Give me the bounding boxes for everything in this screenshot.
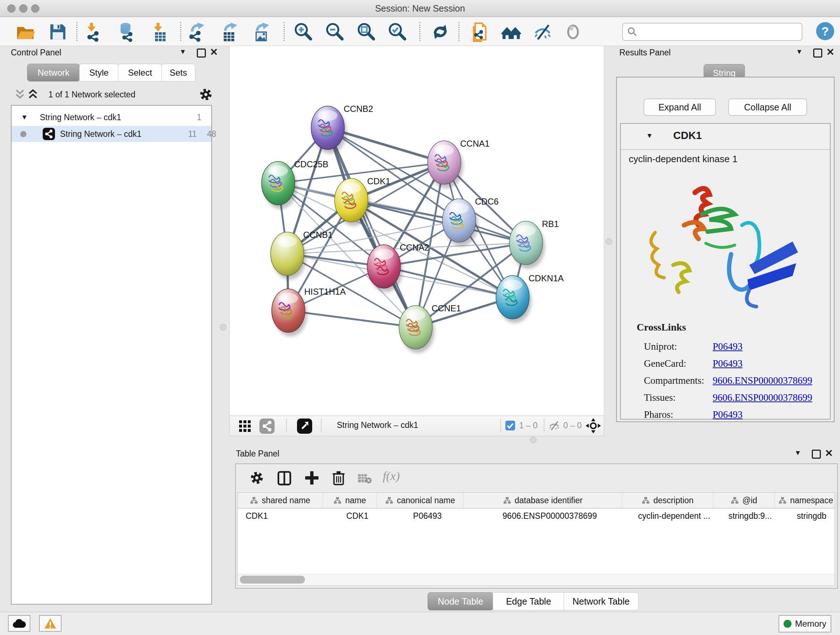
- panel-close-icon[interactable]: ✕: [826, 48, 835, 56]
- memory-button[interactable]: Memory: [778, 615, 831, 632]
- export-network-button[interactable]: [187, 22, 207, 42]
- column-header-database-identifier[interactable]: database identifier: [464, 493, 622, 508]
- show-columns-icon[interactable]: [276, 470, 292, 486]
- network-node-CCNE1[interactable]: CCNE1: [399, 303, 461, 353]
- table-cell[interactable]: CDK1: [238, 509, 331, 523]
- table-cell[interactable]: CDK1: [331, 509, 384, 523]
- crosslink-label: Pharos:: [644, 409, 713, 420]
- import-table-button[interactable]: [149, 22, 169, 42]
- column-header-description[interactable]: description: [622, 493, 714, 508]
- crosslink-link[interactable]: P06493: [713, 341, 743, 352]
- show-glass-button[interactable]: [563, 22, 583, 42]
- tab-node-table[interactable]: Node Table: [428, 592, 493, 610]
- warnings-button[interactable]: [39, 615, 62, 632]
- table-cell[interactable]: cyclin-dependent ...: [629, 509, 720, 523]
- table-options-gear-icon[interactable]: [249, 470, 265, 486]
- column-header-canonical-name[interactable]: canonical name: [377, 493, 464, 508]
- horizontal-splitter-handle[interactable]: [530, 437, 537, 443]
- network-share-icon[interactable]: [259, 418, 275, 434]
- hscrollbar-thumb[interactable]: [240, 576, 305, 584]
- panel-float-icon[interactable]: [197, 49, 206, 57]
- tab-select[interactable]: Select: [118, 64, 162, 81]
- network-node-HIST1H1A[interactable]: HIST1H1A: [272, 287, 346, 336]
- table-cell[interactable]: 9606.ENSP00000378699: [471, 509, 629, 523]
- network-view-canvas[interactable]: CCNB2CCNA1CDC25BCDK1CDC6RB1CCNB1CCNA2CDK…: [229, 46, 604, 416]
- expand-all-button[interactable]: Expand All: [644, 98, 716, 116]
- network-node-CCNA2[interactable]: CCNA2: [367, 242, 429, 292]
- share-document-button[interactable]: [469, 22, 489, 42]
- crosslink-label: Tissues:: [644, 392, 713, 403]
- column-header--id[interactable]: @id: [714, 493, 775, 508]
- zoom-selected-button[interactable]: [387, 22, 407, 42]
- network-collection-row[interactable]: ▼ String Network – cdk1 1: [11, 110, 211, 125]
- add-column-plus-icon[interactable]: [304, 470, 320, 486]
- tab-sets[interactable]: Sets: [161, 64, 195, 81]
- network-node-CCNB1[interactable]: CCNB1: [271, 230, 332, 279]
- panel-float-icon[interactable]: [813, 49, 822, 57]
- pan-crosshair-icon[interactable]: [586, 418, 601, 433]
- hide-glass-button[interactable]: [532, 22, 553, 42]
- zoom-in-button[interactable]: [293, 22, 313, 42]
- crosslink-link[interactable]: 9606.ENSP00000378699: [713, 375, 812, 386]
- tree-expander-icon[interactable]: ▼: [21, 110, 28, 125]
- export-table-icon: [219, 22, 240, 42]
- export-image-button[interactable]: [251, 22, 271, 42]
- network-node-CCNB2[interactable]: CCNB2: [311, 104, 373, 154]
- network-tree: ▼ String Network – cdk1 1 String Network…: [11, 105, 212, 605]
- network-edge[interactable]: [328, 128, 416, 327]
- help-button[interactable]: ?: [816, 22, 834, 40]
- home-button[interactable]: [501, 22, 521, 42]
- network-node-RB1[interactable]: RB1: [509, 219, 559, 269]
- delete-column-trash-icon[interactable]: [331, 470, 347, 486]
- grid-view-icon[interactable]: [238, 420, 251, 432]
- network-options-gear-icon[interactable]: [198, 87, 213, 102]
- search-input[interactable]: [640, 25, 797, 38]
- tab-network-table[interactable]: Network Table: [564, 592, 638, 610]
- network-node-CCNA1[interactable]: CCNA1: [428, 139, 489, 188]
- export-table-button[interactable]: [219, 22, 240, 42]
- panel-menu-caret-icon[interactable]: ▼: [180, 48, 186, 56]
- crosslink-link[interactable]: 9606.ENSP00000378699: [713, 392, 812, 403]
- save-session-button[interactable]: [48, 22, 68, 42]
- table-hscrollbar[interactable]: [238, 574, 835, 585]
- panel-close-icon[interactable]: ✕: [825, 449, 833, 457]
- tab-style[interactable]: Style: [79, 64, 118, 81]
- network-edge[interactable]: [384, 266, 513, 297]
- zoom-out-button[interactable]: [325, 22, 345, 42]
- tab-edge-table[interactable]: Edge Table: [493, 592, 564, 610]
- table-cell[interactable]: stringdb: [781, 509, 840, 523]
- network-graph[interactable]: CCNB2CCNA1CDC25BCDK1CDC6RB1CCNB1CCNA2CDK…: [230, 46, 604, 416]
- panel-menu-caret-icon[interactable]: ▼: [794, 449, 801, 457]
- node-label: CCNB1: [303, 230, 332, 240]
- table-cell[interactable]: stringdb:9...: [720, 509, 781, 523]
- vertical-splitter-handle-right[interactable]: [606, 238, 612, 245]
- network-row-selected[interactable]: String Network – cdk1 11 48: [11, 126, 211, 142]
- zoom-fit-button[interactable]: [356, 22, 376, 42]
- refresh-button[interactable]: [430, 22, 450, 42]
- selected-checkbox-icon[interactable]: [505, 421, 515, 431]
- tab-network[interactable]: Network: [27, 64, 80, 81]
- crosslink-link[interactable]: P06493: [713, 409, 743, 420]
- panel-float-icon[interactable]: [812, 450, 821, 459]
- column-header-label: namespace: [790, 496, 833, 505]
- import-network-from-database-button[interactable]: [116, 22, 136, 42]
- network-node-CDKN1A[interactable]: CDKN1A: [496, 273, 564, 323]
- global-search-field[interactable]: [622, 23, 802, 41]
- import-network-button[interactable]: [82, 22, 103, 42]
- table-cell[interactable]: P06493: [384, 509, 471, 523]
- column-header-namespace[interactable]: namespace: [775, 493, 837, 508]
- network-edge[interactable]: [288, 310, 416, 327]
- panel-close-icon[interactable]: ✕: [210, 48, 218, 56]
- column-header-name[interactable]: name: [323, 493, 377, 508]
- collapse-all-button[interactable]: Collapse All: [728, 98, 807, 116]
- column-header-shared-name[interactable]: shared name: [238, 493, 323, 508]
- birds-eye-view-icon[interactable]: [297, 418, 312, 434]
- open-session-button[interactable]: [15, 22, 35, 42]
- automation-cloud-button[interactable]: [8, 615, 30, 632]
- column-tree-icon: [642, 497, 650, 504]
- crosslink-link[interactable]: P06493: [713, 358, 743, 369]
- panel-menu-caret-icon[interactable]: ▼: [796, 48, 803, 56]
- vertical-splitter-handle-left[interactable]: [220, 324, 226, 331]
- table-row[interactable]: CDK1CDK1P064939606.ENSP00000378699cyclin…: [238, 509, 835, 523]
- result-expander-icon[interactable]: ▼: [646, 132, 653, 140]
